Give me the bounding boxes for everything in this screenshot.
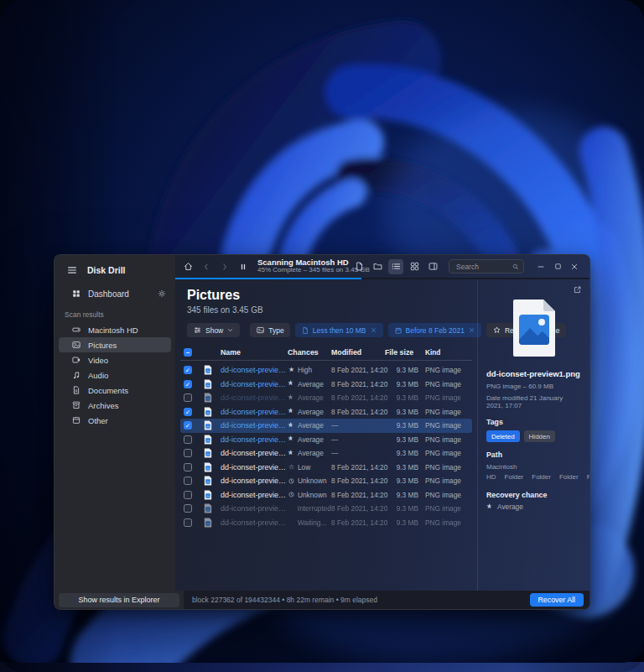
row-checkbox[interactable]: [184, 435, 192, 444]
path-segment[interactable]: Folder: [559, 473, 579, 481]
search-input[interactable]: [454, 262, 508, 272]
preview-recovery-value: ☆★ Average: [486, 503, 581, 511]
file-size-cell: 9.3 MB: [385, 380, 423, 388]
table-row[interactable]: dd-iconset-preview1.png ☆★Average 8 Feb …: [180, 391, 472, 405]
recovery-chance-cell: ☆★Average: [288, 408, 331, 416]
row-checkbox[interactable]: [184, 366, 192, 374]
folder-view-icon[interactable]: [370, 259, 385, 274]
path-label: Path: [486, 451, 581, 459]
table-row[interactable]: dd-iconset-preview1.png Unknown 8 Feb 20…: [180, 488, 472, 503]
sidebar-item-macintosh-hd[interactable]: Macintosh HD: [59, 322, 171, 337]
column-kind[interactable]: Kind: [423, 348, 469, 357]
row-checkbox[interactable]: [184, 449, 192, 457]
sidebar: Disk Drill Dashboard Scan results Macint…: [55, 255, 175, 591]
table-row[interactable]: dd-iconset-preview1.png ☆★Average — 9.3 …: [180, 433, 472, 447]
path-segment[interactable]: Folder: [587, 473, 590, 481]
sidebar-item-list: Macintosh HD Pictures Video Audio Docume…: [55, 322, 175, 428]
row-checkbox[interactable]: [184, 463, 192, 471]
list-view-icon[interactable]: [388, 259, 403, 274]
search-box[interactable]: [449, 259, 524, 273]
column-modified[interactable]: Modified: [331, 348, 385, 357]
file-table: Name Chances Modified File size Kind dd-…: [180, 344, 472, 591]
table-row[interactable]: dd-iconset-preview1.png ☆★Average — 9.3 …: [180, 419, 472, 433]
external-link-icon[interactable]: [573, 285, 582, 294]
sidebar-item-archives[interactable]: Archives: [59, 398, 171, 413]
home-icon[interactable]: [180, 259, 195, 274]
audio-icon: [71, 370, 81, 380]
table-row[interactable]: dd-iconset-preview1.png ☆★Average 8 Feb …: [180, 378, 472, 392]
show-results-in-explorer-button[interactable]: Show results in Explorer: [59, 593, 179, 607]
status-bar: Show results in Explorer block 227362 of…: [55, 591, 589, 609]
new-file-view-icon[interactable]: [351, 259, 366, 274]
row-checkbox[interactable]: [184, 408, 192, 416]
kind-cell: PNG image: [423, 504, 469, 513]
remove-date-filter-icon[interactable]: [468, 326, 475, 334]
table-row[interactable]: dd-iconset-preview1.png ☆★Average — 9.3 …: [180, 446, 472, 461]
grid-view-icon[interactable]: [407, 259, 422, 274]
search-icon: [512, 263, 520, 271]
path-value: Macintosh HDFolderFolderFolderFolder: [486, 462, 581, 482]
date-filter-chip[interactable]: Before 8 Feb 2021: [388, 323, 481, 337]
row-checkbox[interactable]: [184, 491, 192, 499]
recovery-chance-cell: Unknown: [288, 491, 331, 499]
table-row[interactable]: dd-iconset-preview1.png ☆Low 8 Feb 2021,…: [180, 461, 472, 475]
sidebar-item-audio[interactable]: Audio: [59, 367, 171, 383]
modified-cell: 8 Feb 2021, 14:20: [331, 380, 385, 388]
kind-cell: PNG image: [423, 518, 469, 527]
modified-cell: 8 Feb 2021, 14:20: [331, 477, 385, 485]
size-filter-chip[interactable]: Less then 10 MB: [295, 323, 383, 337]
row-checkbox[interactable]: [184, 380, 192, 388]
half-star-icon: ☆★: [486, 503, 494, 511]
sidebar-item-dashboard[interactable]: Dashboard: [55, 284, 175, 304]
path-segment[interactable]: Folder: [505, 473, 524, 481]
row-checkbox[interactable]: [184, 477, 192, 485]
forward-icon[interactable]: [217, 259, 232, 274]
column-file-size[interactable]: File size: [385, 348, 423, 357]
hamburger-menu-icon[interactable]: [65, 263, 80, 278]
row-checkbox[interactable]: [184, 504, 192, 513]
tag-chip-deleted[interactable]: Deleted: [486, 430, 520, 442]
type-filter-button[interactable]: Type: [250, 323, 289, 337]
sidebar-item-video[interactable]: Video: [59, 352, 171, 367]
column-chances[interactable]: Chances: [288, 348, 331, 357]
row-checkbox[interactable]: [184, 518, 192, 527]
path-segment[interactable]: Folder: [532, 473, 551, 481]
close-button[interactable]: [566, 259, 583, 274]
table-row[interactable]: dd-iconset-preview1.png Interrupted 8 Fe…: [180, 502, 472, 516]
recover-all-button[interactable]: Recover All: [530, 593, 584, 607]
table-row[interactable]: dd-iconset-preview1.png ☆★Average 8 Feb …: [180, 405, 472, 419]
tag-chip-hidden[interactable]: Hidden: [524, 430, 555, 442]
file-size-cell: 9.3 MB: [385, 449, 423, 457]
side-panel-icon[interactable]: [425, 259, 440, 274]
maximize-button[interactable]: [549, 259, 566, 274]
table-header: Name Chances Modified File size Kind: [180, 344, 472, 361]
sidebar-item-documents[interactable]: Documents: [59, 383, 171, 398]
show-filter-button[interactable]: Show: [187, 323, 240, 337]
pause-scan-icon[interactable]: [236, 259, 251, 274]
star-outline-icon: ☆: [288, 464, 295, 471]
remove-size-filter-icon[interactable]: [370, 326, 377, 334]
preview-recovery-label: Recovery chance: [486, 491, 581, 499]
gear-icon[interactable]: [157, 289, 167, 299]
recovery-chance-cell: Unknown: [288, 477, 331, 485]
row-checkbox[interactable]: [184, 421, 192, 430]
select-all-checkbox[interactable]: [184, 348, 192, 357]
video-icon: [71, 355, 81, 365]
sidebar-item-pictures[interactable]: Pictures: [59, 337, 171, 352]
row-checkbox[interactable]: [184, 393, 192, 402]
kind-cell: PNG image: [423, 380, 469, 388]
table-row[interactable]: dd-iconset-preview1.png ★High 8 Feb 2021…: [180, 363, 472, 378]
preview-date-modified: Date modified 21 January 2021, 17:07: [486, 394, 581, 409]
recovery-chance-cell: ★High: [288, 366, 331, 374]
scan-subtitle: 45% Complete – 345 files on 3.45 GB: [257, 267, 345, 274]
back-icon[interactable]: [199, 259, 214, 274]
sidebar-item-other[interactable]: Other: [59, 413, 171, 428]
wallpaper-bottom-band: [0, 662, 644, 672]
minimize-button[interactable]: [532, 259, 549, 274]
kind-cell: PNG image: [423, 421, 469, 430]
table-row[interactable]: dd-iconset-preview1.png Unknown 8 Feb 20…: [180, 474, 472, 488]
modified-cell: —: [331, 449, 385, 457]
column-name[interactable]: Name: [221, 348, 288, 357]
table-row[interactable]: dd-iconset-preview1.png Waiting... 8 Feb…: [180, 516, 472, 530]
star-half-icon: ☆★: [288, 435, 295, 443]
